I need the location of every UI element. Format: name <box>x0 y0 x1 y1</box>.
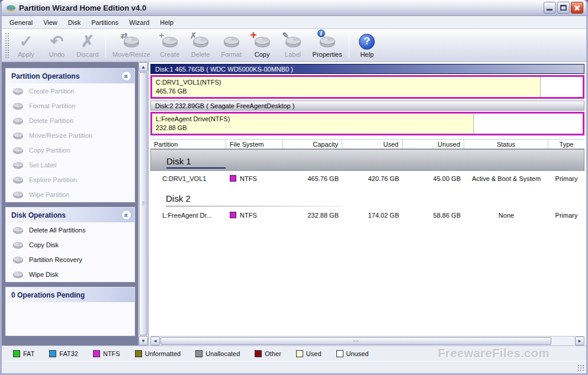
ntfs-color-swatch <box>93 350 100 357</box>
disk-operations-panel: Disk Operations « Delete All Partitions … <box>5 207 135 282</box>
title-bar[interactable]: Partition Wizard Home Edition v4.0 <box>2 0 586 16</box>
delete-label: Delete <box>191 51 210 58</box>
disk-wipe-icon <box>12 270 24 279</box>
scroll-right-button[interactable]: ► <box>575 337 584 345</box>
table-row-drv1[interactable]: C:DRV1_VOL1 NTFS 465.76 GB 420.76 GB 45.… <box>150 171 584 186</box>
help-label: Help <box>360 51 374 58</box>
column-file-system[interactable]: File System <box>226 140 283 148</box>
copy-button[interactable]: + Copy <box>247 30 278 60</box>
scrollbar-thumb[interactable] <box>139 72 147 335</box>
main-horizontal-scrollbar[interactable]: ◄ ► <box>150 336 584 345</box>
disk-magnifier-icon <box>12 176 24 184</box>
sidebar-item-delete-all-partitions[interactable]: Delete All Partitions <box>6 222 134 237</box>
menu-bar: General View Disk Partitions Wizard Help <box>2 16 586 29</box>
collapse-button[interactable]: « <box>121 71 131 81</box>
apply-button[interactable]: ✓ Apply <box>11 30 41 60</box>
toolbar-grip[interactable] <box>5 33 9 58</box>
label-button[interactable]: ✎ Label <box>278 30 309 60</box>
minimize-button[interactable] <box>544 2 556 14</box>
table-row-freeagent[interactable]: L:FreeAgent Dr... NTFS 232.88 GB 174.02 … <box>150 208 584 222</box>
column-status[interactable]: Status <box>464 140 548 148</box>
menu-general[interactable]: General <box>4 17 38 28</box>
operations-pending-header: 0 Operations Pending <box>6 287 134 302</box>
menu-partitions[interactable]: Partitions <box>86 17 124 28</box>
sidebar: Partition Operations « Create Partition … <box>2 62 137 345</box>
undo-button[interactable]: ↶ Undo <box>41 30 72 60</box>
sidebar-item-wipe-partition[interactable]: Wipe Partition <box>6 187 134 202</box>
disk-icon <box>12 117 24 125</box>
menu-help[interactable]: Help <box>155 17 179 28</box>
column-type[interactable]: Type <box>548 140 584 148</box>
sidebar-item-partition-recovery[interactable]: Partition Recovery <box>6 252 134 267</box>
sidebar-item-set-label[interactable]: Set Label <box>6 157 134 172</box>
column-partition[interactable]: Partition <box>150 140 226 148</box>
disk-operations-header[interactable]: Disk Operations « <box>6 208 134 222</box>
disk1-partition-bar[interactable]: C:DRV1_VOL1(NTFS) 465.76 GB <box>150 75 584 99</box>
move-resize-label: Move/Resize <box>113 51 150 58</box>
format-label: Format <box>221 51 242 58</box>
disk-icon <box>12 131 24 140</box>
apply-label: Apply <box>18 51 34 58</box>
menu-view[interactable]: View <box>38 17 63 28</box>
disk-icon <box>12 87 24 95</box>
partition-operations-header[interactable]: Partition Operations « <box>6 69 134 83</box>
label-label: Label <box>285 51 301 58</box>
disk1-bar-size: 465.76 GB <box>156 87 221 96</box>
other-color-swatch <box>255 350 262 357</box>
sidebar-item-format-partition[interactable]: Format Partition <box>6 98 134 113</box>
minimize-icon <box>547 9 552 11</box>
arrow-right-icon: ► <box>577 338 582 344</box>
partition-operations-panel: Partition Operations « Create Partition … <box>5 68 135 202</box>
scroll-down-button[interactable]: ▼ <box>139 336 148 345</box>
delete-button[interactable]: ✗ Delete <box>185 30 216 60</box>
disk2-bar-label: L:FreeAgent Drive(NTFS) <box>156 115 230 124</box>
sidebar-item-delete-partition[interactable]: Delete Partition <box>6 113 134 128</box>
legend-item-ntfs: NTFS <box>93 350 120 357</box>
disk-format-icon <box>223 35 240 48</box>
disk-operations-title: Disk Operations <box>11 211 66 219</box>
properties-button[interactable]: i Properties <box>309 30 346 60</box>
disk2-header[interactable]: Disk:2 232.89GB ( Seagate FreeAgentDeskt… <box>150 101 584 111</box>
sidebar-item-copy-disk[interactable]: Copy Disk <box>6 237 134 252</box>
close-button[interactable] <box>571 2 583 14</box>
disk-x-icon <box>12 226 24 234</box>
content-area: Partition Operations « Create Partition … <box>2 62 586 345</box>
scroll-left-button[interactable]: ◄ <box>150 337 160 345</box>
sidebar-item-move-resize-partition[interactable]: Move/Resize Partition <box>6 128 134 143</box>
copy-label: Copy <box>255 51 270 58</box>
format-button[interactable]: Format <box>216 30 247 60</box>
unallocated-color-swatch <box>195 350 203 357</box>
legend-item-used: Used <box>296 350 322 357</box>
column-unused[interactable]: Unused <box>403 140 464 148</box>
column-used[interactable]: Used <box>342 140 403 148</box>
scrollbar-track[interactable] <box>552 337 575 345</box>
scrollbar-thumb[interactable] <box>160 337 551 345</box>
create-button[interactable]: + Create <box>155 30 185 60</box>
menu-wizard[interactable]: Wizard <box>124 17 155 28</box>
sidebar-item-copy-partition[interactable]: Copy Partition <box>6 143 134 157</box>
discard-button[interactable]: ✗ Discard <box>72 30 103 60</box>
collapse-button[interactable]: « <box>121 210 131 220</box>
legend-item-fat: FAT <box>13 350 34 357</box>
sidebar-scrollbar[interactable]: ▲ ▼ <box>138 62 148 345</box>
column-capacity[interactable]: Capacity <box>283 140 342 148</box>
scroll-up-button[interactable]: ▲ <box>139 62 148 72</box>
disk2-group-row[interactable]: Disk 2 <box>150 186 584 208</box>
maximize-icon <box>560 5 567 11</box>
used-color-swatch <box>296 350 303 357</box>
status-bar <box>2 361 586 373</box>
disk1-group-row[interactable]: Disk 1 <box>150 149 584 171</box>
legend-item-unallocated: Unallocated <box>195 350 240 357</box>
sidebar-item-wipe-disk[interactable]: Wipe Disk <box>6 267 134 282</box>
help-button[interactable]: ? Help <box>352 30 383 60</box>
sidebar-item-create-partition[interactable]: Create Partition <box>6 83 134 98</box>
resize-grip[interactable] <box>578 365 584 371</box>
move-resize-button[interactable]: ⇄ Move/Resize <box>108 30 155 60</box>
sidebar-item-explore-partition[interactable]: Explore Partition <box>6 172 134 187</box>
disk2-partition-bar[interactable]: L:FreeAgent Drive(NTFS) 232.88 GB <box>150 112 584 135</box>
x-icon: ✗ <box>81 34 95 50</box>
disk1-header[interactable]: Disk:1 465.76GB ( WDC WD5000KS-00MNB0 ) <box>150 64 584 74</box>
menu-disk[interactable]: Disk <box>63 17 86 28</box>
ntfs-color-swatch <box>230 175 236 182</box>
maximize-button[interactable] <box>557 2 570 14</box>
